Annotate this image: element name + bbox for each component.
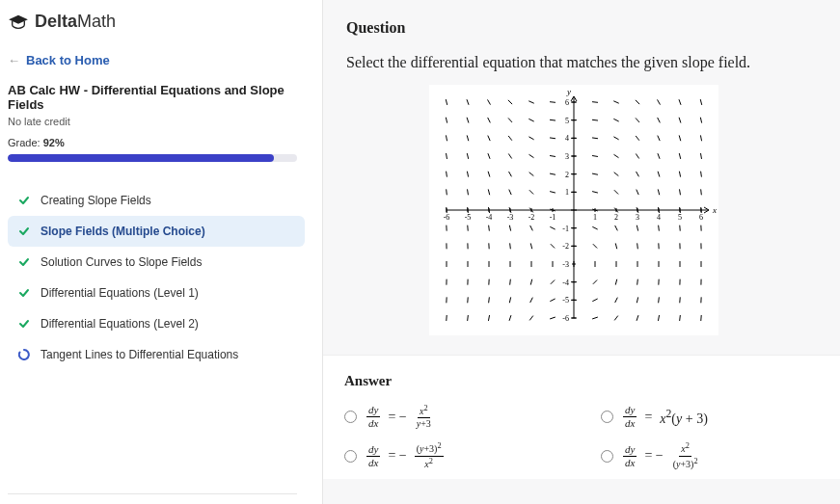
back-link-label: Back to Home (26, 53, 110, 67)
svg-line-108 (529, 316, 533, 321)
svg-line-102 (509, 190, 511, 195)
svg-line-118 (528, 137, 533, 140)
topic-item[interactable]: Tangent Lines to Differential Equations (8, 339, 305, 370)
svg-line-162 (615, 279, 616, 285)
svg-line-132 (550, 119, 555, 120)
svg-line-93 (488, 118, 491, 122)
topic-item[interactable]: Solution Curves to Slope Fields (8, 247, 305, 278)
grad-cap-icon (8, 13, 29, 31)
svg-line-99 (510, 243, 511, 249)
svg-line-156 (592, 156, 598, 157)
radio-icon (601, 411, 613, 423)
svg-text:-1: -1 (550, 213, 556, 222)
svg-line-113 (530, 225, 533, 230)
svg-line-211 (679, 99, 681, 105)
svg-line-82 (488, 315, 489, 321)
spinner-icon (17, 349, 31, 360)
svg-line-115 (529, 190, 533, 194)
grade-display: Grade: 92% (8, 137, 322, 154)
svg-line-96 (509, 297, 510, 303)
svg-text:-2: -2 (562, 242, 569, 251)
svg-line-158 (592, 119, 598, 120)
svg-line-77 (467, 172, 468, 177)
svg-line-129 (550, 173, 555, 174)
credit-note: No late credit (8, 116, 322, 137)
topic-item[interactable]: Differential Equations (Level 2) (8, 308, 305, 339)
svg-line-104 (508, 154, 511, 159)
arrow-left-icon: ← (8, 53, 20, 67)
svg-text:5: 5 (565, 117, 569, 125)
check-icon (17, 318, 31, 330)
svg-text:-2: -2 (528, 213, 535, 222)
svg-line-221 (701, 153, 702, 159)
topic-item[interactable]: Creating Slope Fields (8, 185, 305, 216)
svg-line-187 (659, 297, 660, 303)
choice-b[interactable]: dydx = x2(y + 3) (601, 405, 819, 429)
svg-line-154 (592, 192, 598, 193)
svg-line-128 (550, 192, 555, 193)
svg-line-116 (529, 172, 534, 176)
sidebar-divider (8, 493, 297, 494)
svg-text:-5: -5 (465, 213, 472, 222)
svg-text:-1: -1 (562, 225, 569, 233)
svg-line-209 (679, 135, 681, 141)
svg-line-151 (593, 244, 597, 248)
svg-line-175 (637, 279, 638, 285)
svg-line-97 (510, 279, 511, 285)
topic-item[interactable]: Differential Equations (Level 1) (8, 278, 305, 308)
svg-line-177 (637, 243, 638, 249)
svg-line-87 (489, 225, 490, 231)
check-icon (17, 256, 31, 268)
svg-line-173 (637, 315, 638, 321)
topic-item[interactable]: Slope Fields (Multiple Choice) (8, 216, 305, 247)
svg-line-90 (488, 172, 490, 177)
svg-line-63 (447, 189, 447, 195)
back-to-home-link[interactable]: ← Back to Home (8, 47, 322, 83)
svg-line-222 (700, 135, 701, 141)
svg-line-196 (658, 136, 660, 141)
topic-label: Slope Fields (Multiple Choice) (41, 225, 205, 238)
svg-line-180 (637, 190, 638, 195)
svg-line-78 (467, 153, 468, 159)
svg-line-126 (550, 226, 555, 229)
check-icon (17, 287, 31, 299)
svg-line-80 (467, 118, 469, 123)
svg-line-169 (614, 154, 619, 157)
svg-line-195 (658, 153, 660, 159)
svg-line-69 (468, 315, 469, 321)
svg-line-95 (509, 315, 511, 321)
svg-text:2: 2 (565, 171, 569, 179)
svg-line-172 (613, 101, 618, 103)
choice-d[interactable]: dydx = − x2(y+3)2 (601, 442, 819, 469)
topic-label: Solution Curves to Slope Fields (41, 255, 202, 269)
svg-line-210 (679, 118, 681, 123)
svg-line-106 (508, 118, 512, 121)
svg-line-64 (447, 172, 447, 177)
svg-line-207 (679, 172, 680, 177)
svg-text:-5: -5 (562, 296, 569, 305)
choice-a[interactable]: dydx = − x2y+3 (344, 405, 562, 429)
brand-logo[interactable]: DeltaMath (8, 10, 322, 47)
svg-text:4: 4 (565, 134, 569, 143)
svg-text:-3: -3 (562, 260, 569, 269)
svg-line-199 (680, 315, 681, 321)
svg-text:-6: -6 (562, 314, 569, 323)
svg-line-89 (488, 189, 489, 195)
svg-text:-4: -4 (562, 279, 569, 287)
svg-line-76 (468, 189, 469, 195)
svg-text:y: y (566, 87, 571, 96)
svg-line-159 (592, 102, 598, 103)
answer-section: Answer dydx = − x2y+3 dydx = x2(y + 3) (323, 355, 840, 479)
svg-line-206 (680, 189, 681, 195)
svg-text:-3: -3 (507, 213, 514, 222)
svg-line-219 (701, 189, 702, 195)
svg-line-208 (679, 153, 680, 159)
svg-line-100 (509, 225, 510, 231)
svg-line-109 (530, 298, 533, 303)
svg-text:6: 6 (699, 213, 703, 222)
svg-line-223 (700, 118, 701, 123)
question-heading: Question (346, 19, 801, 37)
topic-label: Tangent Lines to Differential Equations (41, 348, 238, 361)
svg-text:-6: -6 (444, 213, 450, 222)
choice-c[interactable]: dydx = − (y+3)2x2 (344, 442, 562, 469)
